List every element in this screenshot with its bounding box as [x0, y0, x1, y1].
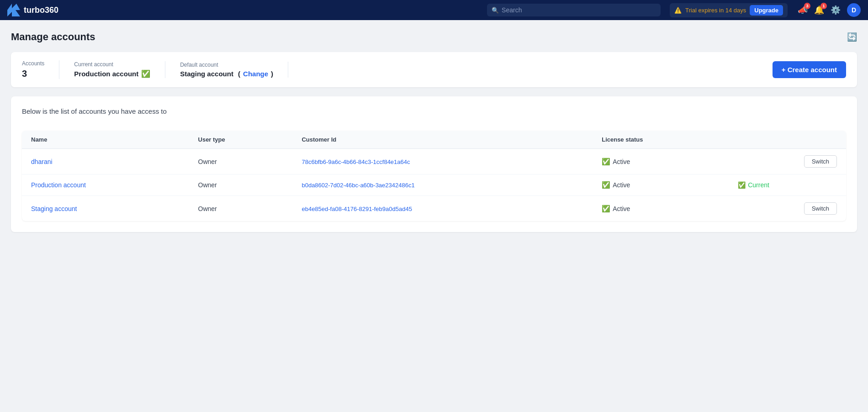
table-row: Staging accountOwnereb4e85ed-fa08-4176-8… [22, 196, 846, 222]
accounts-table: Name User type Customer Id License statu… [22, 131, 846, 221]
logo-text: turbo360 [24, 5, 58, 15]
accounts-label: Accounts [22, 60, 44, 67]
upgrade-button[interactable]: Upgrade [750, 5, 783, 16]
col-user-type: User type [189, 131, 293, 149]
action-cell: Switch [729, 149, 846, 174]
info-bar: Accounts 3 Current account Production ac… [11, 52, 857, 87]
license-status-cell: ✅Active [593, 174, 729, 196]
current-account-value: Production account ✅ [74, 69, 150, 78]
col-name: Name [22, 131, 189, 149]
app-header: turbo360 🔍 ⚠️ Trial expires in 14 days U… [0, 0, 868, 20]
status-check-icon: ✅ [602, 158, 610, 166]
trial-text: Trial expires in 14 days [685, 7, 746, 14]
search-input[interactable] [487, 4, 661, 16]
user-type-cell: Owner [189, 174, 293, 196]
notifications-badge: 3 [804, 3, 810, 9]
account-name-link[interactable]: Staging account [31, 205, 77, 212]
status-check-icon: ✅ [602, 205, 610, 213]
notifications-button[interactable]: 📣 3 [798, 5, 808, 15]
user-type-cell: Owner [189, 196, 293, 222]
col-license-status: License status [593, 131, 729, 149]
col-customer-id: Customer Id [292, 131, 593, 149]
table-row: Production accountOwnerb0da8602-7d02-46b… [22, 174, 846, 196]
alerts-button[interactable]: 🔔 1 [814, 5, 824, 15]
current-account-section: Current account Production account ✅ [74, 61, 165, 78]
action-cell: Switch [729, 196, 846, 222]
current-check-icon: ✅ [141, 69, 150, 78]
accounts-count-section: Accounts 3 [22, 60, 59, 79]
customer-id-cell: 78c6bfb6-9a6c-4b66-84c3-1ccf84e1a64c [292, 149, 593, 174]
license-status-cell: ✅Active [593, 196, 729, 222]
default-account-value: Staging account (Change) [180, 70, 273, 78]
default-account-section: Default account Staging account (Change) [180, 62, 288, 78]
gear-icon: ⚙️ [831, 5, 841, 15]
refresh-icon: 🔄 [847, 32, 857, 42]
alerts-badge: 1 [820, 3, 827, 9]
account-name-link[interactable]: dharani [31, 158, 53, 165]
status-text: Active [613, 181, 630, 189]
change-default-link[interactable]: Change [243, 70, 268, 78]
license-status-cell: ✅Active [593, 149, 729, 174]
accounts-value: 3 [22, 69, 44, 79]
customer-id-cell: eb4e85ed-fa08-4176-8291-feb9a0d5ad45 [292, 196, 593, 222]
current-indicator: ✅ Current [738, 181, 837, 189]
refresh-button[interactable]: 🔄 [847, 32, 857, 42]
main-panel: Below is the list of accounts you have a… [11, 96, 857, 232]
header-icons: 📣 3 🔔 1 ⚙️ D [798, 3, 861, 17]
trial-badge: ⚠️ Trial expires in 14 days Upgrade [670, 3, 788, 17]
logo-icon [7, 4, 20, 16]
table-row: dharaniOwner78c6bfb6-9a6c-4b66-84c3-1ccf… [22, 149, 846, 174]
create-account-button[interactable]: + Create account [773, 61, 846, 78]
current-label: Current [748, 181, 769, 189]
user-type-cell: Owner [189, 149, 293, 174]
col-action [729, 131, 846, 149]
logo[interactable]: turbo360 [7, 4, 58, 16]
subheader-text: Below is the list of accounts you have a… [22, 107, 846, 115]
search-container: 🔍 [487, 4, 661, 16]
table-body: dharaniOwner78c6bfb6-9a6c-4b66-84c3-1ccf… [22, 149, 846, 222]
svg-marker-0 [7, 4, 20, 16]
search-icon: 🔍 [492, 7, 499, 14]
page-title: Manage accounts [11, 31, 95, 43]
page-header: Manage accounts 🔄 [11, 31, 857, 43]
current-check-icon: ✅ [738, 181, 746, 189]
user-avatar[interactable]: D [847, 3, 861, 17]
page-content: Manage accounts 🔄 Accounts 3 Current acc… [0, 20, 868, 243]
table-header: Name User type Customer Id License statu… [22, 131, 846, 149]
accounts-table-wrapper: Name User type Customer Id License statu… [22, 131, 846, 221]
settings-button[interactable]: ⚙️ [831, 5, 841, 15]
switch-button[interactable]: Switch [804, 155, 837, 168]
account-name-link[interactable]: Production account [31, 181, 86, 189]
customer-id-cell: b0da8602-7d02-46bc-a60b-3ae2342486c1 [292, 174, 593, 196]
switch-button[interactable]: Switch [804, 202, 837, 215]
default-account-label: Default account [180, 62, 273, 68]
status-text: Active [613, 158, 630, 165]
current-account-label: Current account [74, 61, 150, 68]
warning-icon: ⚠️ [674, 7, 682, 14]
status-text: Active [613, 205, 630, 212]
action-cell: ✅ Current [729, 174, 846, 196]
status-check-icon: ✅ [602, 181, 610, 189]
